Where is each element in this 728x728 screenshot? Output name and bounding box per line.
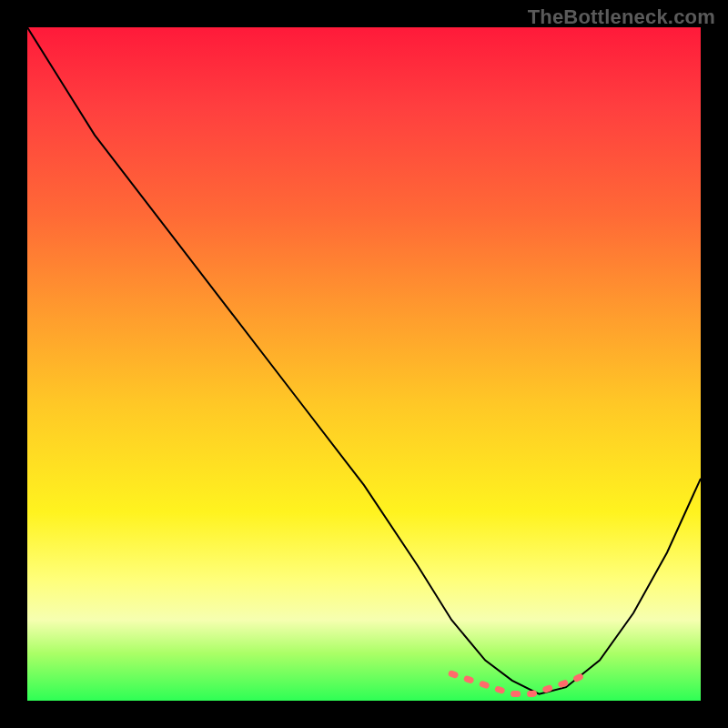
watermark-text: TheBottleneck.com [528,5,715,29]
chart-svg [27,27,701,701]
plot-area [27,27,701,701]
chart-frame: TheBottleneck.com [0,0,728,728]
bottleneck-curve [27,27,701,694]
